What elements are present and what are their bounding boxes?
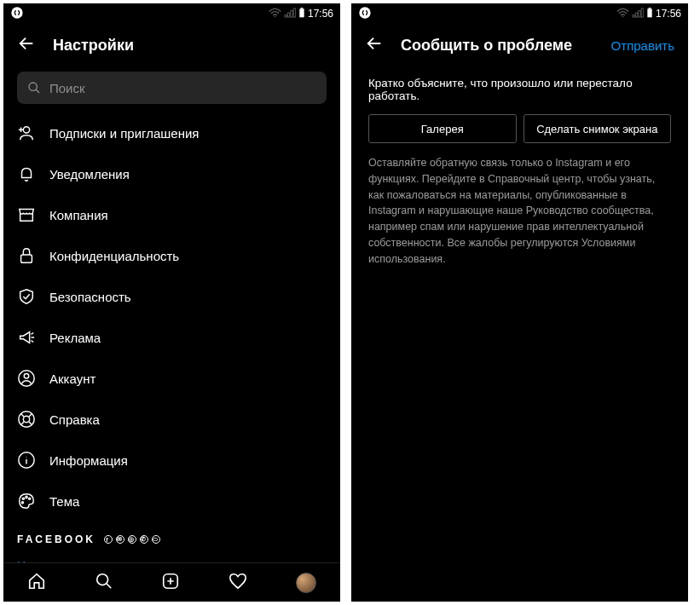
menu-item-security[interactable]: Безопасность (3, 276, 340, 317)
svg-point-4 (29, 83, 37, 90)
svg-point-14 (29, 498, 31, 499)
shazam-icon (10, 6, 24, 22)
menu-item-privacy[interactable]: Конфиденциальность (3, 235, 340, 276)
menu-label: Аккаунт (49, 372, 95, 386)
svg-rect-20 (647, 9, 651, 17)
menu-item-ads[interactable]: Реклама (3, 317, 340, 358)
meta-apps-icons: f✉◎✆⬭ (104, 535, 160, 544)
svg-point-12 (22, 498, 24, 499)
facebook-section: FACEBOOK f✉◎✆⬭ (3, 521, 340, 550)
info-icon (17, 451, 36, 470)
status-time: 17:56 (656, 8, 681, 20)
shop-icon (17, 205, 36, 224)
disclaimer-text: Оставляйте обратную связь только о Insta… (351, 155, 688, 267)
megaphone-icon (17, 328, 36, 347)
menu-item-follow-invite[interactable]: Подписки и приглашения (3, 112, 340, 153)
bell-icon (17, 164, 36, 183)
battery-icon (298, 8, 305, 20)
attachment-buttons: Галерея Сделать снимок экрана (351, 114, 688, 155)
svg-rect-21 (649, 8, 651, 9)
settings-menu: Подписки и приглашения Уведомления Компа… (3, 112, 340, 521)
activity-icon[interactable] (229, 572, 247, 594)
menu-label: Уведомления (49, 167, 130, 182)
wifi-icon (269, 8, 281, 20)
search-placeholder: Поиск (49, 81, 85, 95)
facebook-label: FACEBOOK (17, 533, 95, 545)
svg-point-1 (275, 15, 276, 17)
menu-label: Реклама (49, 331, 101, 345)
svg-point-19 (622, 15, 624, 17)
svg-rect-6 (21, 255, 32, 262)
svg-point-18 (359, 7, 370, 18)
menu-item-business[interactable]: Компания (3, 194, 340, 235)
settings-screen: 17:56 Настройки Поиск Подписки и приглаш… (3, 3, 340, 602)
menu-label: Конфиденциальность (49, 249, 179, 263)
status-bar: 17:56 (351, 3, 688, 24)
svg-point-5 (23, 127, 29, 133)
menu-item-help[interactable]: Справка (3, 399, 340, 440)
submit-button[interactable]: Отправить (611, 38, 674, 53)
page-title: Сообщить о проблеме (401, 37, 594, 55)
profile-avatar[interactable] (296, 573, 316, 593)
person-plus-icon (17, 124, 36, 142)
menu-label: Информация (49, 453, 128, 468)
signal-icon (632, 8, 644, 20)
page-title: Настройки (53, 37, 327, 55)
menu-item-about[interactable]: Информация (3, 440, 340, 481)
svg-point-10 (23, 416, 29, 422)
prompt-text: Кратко объясните, что произошло или пере… (351, 66, 688, 114)
menu-label: Компания (49, 208, 108, 222)
lifebuoy-icon (17, 410, 36, 429)
wifi-icon (616, 8, 629, 20)
menu-item-theme[interactable]: Тема (3, 481, 340, 521)
menu-label: Справка (49, 412, 100, 427)
menu-item-account[interactable]: Аккаунт (3, 358, 340, 399)
back-button[interactable] (365, 34, 384, 56)
shazam-icon (358, 6, 372, 22)
svg-point-8 (24, 374, 29, 379)
bottom-nav (3, 562, 340, 602)
search-input[interactable]: Поиск (17, 72, 327, 104)
lock-icon (17, 246, 36, 265)
palette-icon (17, 492, 36, 510)
back-button[interactable] (17, 34, 36, 56)
svg-point-15 (21, 502, 23, 504)
status-bar: 17:56 (3, 3, 340, 24)
report-problem-screen: 17:56 Сообщить о проблеме Отправить Крат… (351, 3, 688, 602)
menu-label: Тема (49, 494, 79, 509)
add-post-icon[interactable] (161, 572, 180, 594)
header: Настройки (3, 24, 340, 66)
home-icon[interactable] (27, 572, 46, 594)
svg-rect-2 (299, 9, 304, 17)
svg-rect-3 (301, 8, 304, 9)
user-circle-icon (17, 369, 36, 388)
menu-item-notifications[interactable]: Уведомления (3, 153, 340, 194)
status-time: 17:56 (308, 8, 333, 20)
svg-point-16 (97, 573, 108, 585)
gallery-button[interactable]: Галерея (368, 114, 517, 143)
header: Сообщить о проблеме Отправить (351, 24, 688, 66)
svg-point-13 (26, 496, 27, 498)
menu-label: Безопасность (49, 290, 131, 304)
shield-icon (17, 287, 36, 306)
svg-point-0 (11, 7, 22, 18)
signal-icon (284, 8, 296, 20)
battery-icon (646, 8, 653, 20)
screenshot-button[interactable]: Сделать снимок экрана (524, 114, 672, 143)
search-nav-icon[interactable] (95, 572, 113, 594)
menu-label: Подписки и приглашения (49, 126, 199, 141)
